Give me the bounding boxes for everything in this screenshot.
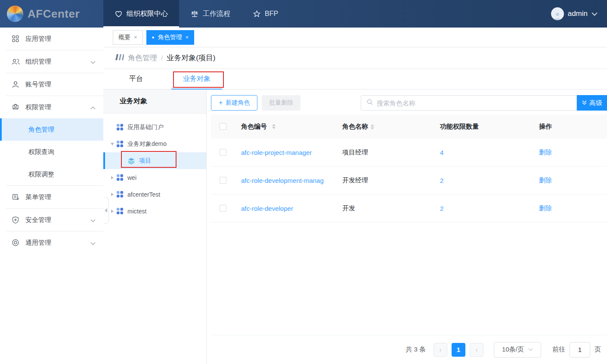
row-checkbox[interactable] [220,149,226,156]
page-number-button[interactable]: 1 [452,343,465,357]
page-unit-label: 页 [595,345,601,354]
delete-link[interactable]: 删除 [539,204,552,212]
batch-delete-label: 批量删除 [269,99,293,107]
username: admin [568,9,588,18]
role-name: 开发 [342,204,355,212]
close-icon[interactable]: × [186,34,189,40]
permission-count-link[interactable]: 2 [440,205,443,212]
sidebar-item-app-management[interactable]: 应用管理 [0,28,103,50]
subtab-label: 业务对象 [183,74,211,83]
tree-node-business-object-demo[interactable]: 业务对象demo [103,136,206,152]
tree-list: 应用基础门户 业务对象demo [103,114,206,219]
tab-overview[interactable]: 概要 × [113,30,143,45]
breadcrumb-current: 业务对象(项目) [167,53,215,63]
tree-node-mictest[interactable]: mictest [103,203,206,219]
nav-item-workflow[interactable]: 工作流程 [179,0,242,28]
sidebar-subitem-role-management[interactable]: 角色管理 [0,118,103,141]
id-badge-icon [12,103,20,111]
permission-count-link[interactable]: 4 [440,149,443,156]
sidebar-item-permission-management[interactable]: 权限管理 [0,96,103,118]
sort-icon[interactable] [272,124,276,129]
sidebar-item-label: 安全管理 [25,216,51,224]
tree-node-project[interactable]: 项目 [103,152,206,169]
column-header-role-code[interactable]: 角色编号 [235,123,336,131]
caret-collapsed-icon[interactable] [108,193,116,196]
caret-collapsed-icon[interactable] [108,176,116,179]
next-page-button[interactable]: › [470,343,483,357]
collapse-arrow-icon [105,208,107,213]
sidebar-subitem-permission-query[interactable]: 权限查询 [0,141,103,163]
app-header: AFCenter 组织权限中心 工作流程 [0,0,607,28]
role-code-link[interactable]: afc-role-development-manag [241,177,324,184]
search-input[interactable] [377,99,571,107]
goto-page-input[interactable] [570,342,590,358]
people-icon [12,58,20,65]
row-checkbox[interactable] [220,205,226,212]
tree-node-wei[interactable]: wei [103,169,206,186]
sidebar-item-security-management[interactable]: 安全管理 [0,209,103,231]
select-all-checkbox[interactable] [220,123,226,130]
tree-node-label: mictest [127,208,146,215]
nav-item-label: 组织权限中心 [127,9,168,19]
delete-link[interactable]: 删除 [539,176,552,184]
tab-role-management[interactable]: ● 角色管理 × [146,30,195,45]
role-code-link[interactable]: afc-role-developer [241,205,293,212]
column-header-permission-count: 功能权限数量 [434,123,533,131]
shield-plus-icon [12,216,20,224]
grid-icon [12,35,20,43]
logo: AFCenter [0,0,103,28]
double-chevron-down-icon [582,99,587,107]
nav-item-label: BFP [265,10,278,18]
advanced-label: 高级 [589,99,602,107]
caret-expanded-icon[interactable] [108,143,116,145]
sidebar-item-label: 应用管理 [25,35,51,43]
batch-delete-button[interactable]: 批量删除 [262,95,300,111]
prev-page-button[interactable]: ‹ [434,343,447,357]
sidebar-subitem-label: 权限调整 [28,170,54,179]
role-table-section: + 新建角色 批量删除 [207,89,607,364]
empty-space [211,222,607,335]
tree-node-app-base-portal[interactable]: 应用基础门户 [103,119,206,136]
nav-item-org-permission-center[interactable]: 组织权限中心 [103,0,179,28]
close-icon[interactable]: × [134,34,137,40]
scale-icon [190,9,199,18]
sidebar-collapse-handle[interactable] [103,197,109,224]
sort-icon[interactable] [371,124,374,130]
top-nav: 组织权限中心 工作流程 BFP [103,0,289,28]
sidebar-subitem-permission-adjust[interactable]: 权限调整 [0,163,103,185]
column-label: 角色编号 [241,123,267,131]
permission-count-link[interactable]: 2 [440,177,443,184]
app-grid-icon [116,207,124,215]
person-icon [12,80,20,88]
breadcrumb-parent[interactable]: 角色管理 [128,53,157,63]
nav-item-label: 工作流程 [203,9,230,19]
tree-node-afcentertest[interactable]: afcenterTest [103,186,206,203]
column-header-role-name[interactable]: 角色名称 [336,123,434,131]
page-size-select[interactable]: 10条/页 [494,342,541,358]
sidebar-item-general-management[interactable]: 通用管理 [0,231,103,254]
chevron-up-icon [90,104,96,111]
subtab-business-object[interactable]: 业务对象 [171,69,222,89]
chevron-down-icon [592,12,598,16]
row-checkbox[interactable] [220,177,226,184]
plus-icon: + [219,99,223,107]
search-group: 高级 [361,95,607,111]
tree-node-label: 业务对象demo [127,140,167,148]
new-role-button[interactable]: + 新建角色 [211,95,257,111]
caret-collapsed-icon[interactable] [108,210,116,213]
role-code-link[interactable]: afc-role-project-manager [241,149,312,156]
sidebar-item-org-management[interactable]: 组织管理 [0,50,103,73]
tree-node-label: wei [127,174,136,181]
subtab-platform[interactable]: 平台 [116,69,156,89]
sidebar-item-menu-management[interactable]: 菜单管理 [0,186,103,208]
advanced-button[interactable]: 高级 [577,95,607,111]
chevron-left-icon: ‹ [440,346,442,353]
nav-item-bfp[interactable]: BFP [242,0,289,28]
delete-link[interactable]: 删除 [539,148,552,156]
table-row: afc-role-development-manag 开发经理 2 删除 [211,167,607,194]
table-header-row: 角色编号 角色名称 功能权限数量 操作 [211,114,607,139]
role-table: 角色编号 角色名称 功能权限数量 操作 afc-role-proje [211,114,607,222]
sidebar-item-account-management[interactable]: 账号管理 [0,73,103,96]
user-menu[interactable]: admin [551,0,607,28]
tree-node-label: 应用基础门户 [127,123,164,131]
